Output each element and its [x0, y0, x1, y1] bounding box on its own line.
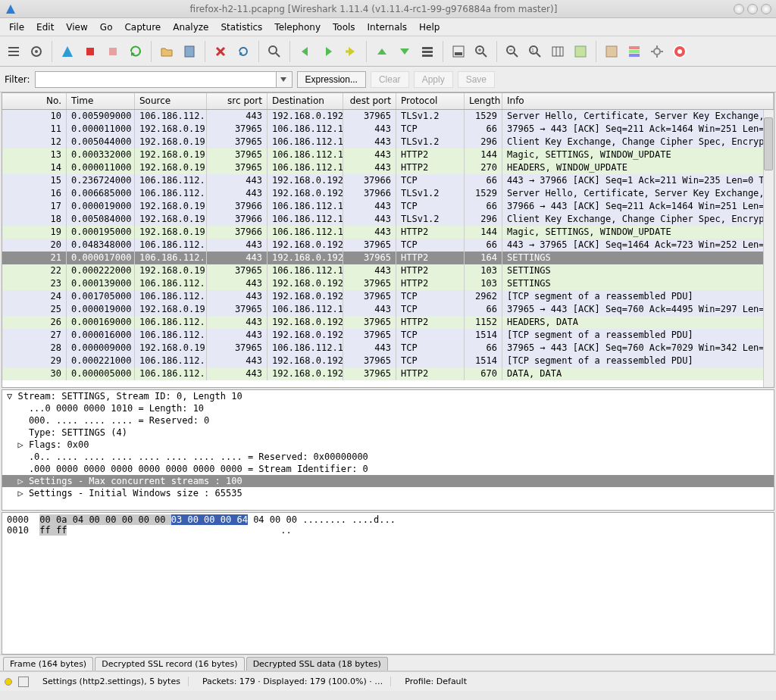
- colorize-icon[interactable]: [417, 41, 438, 62]
- save-button[interactable]: Save: [458, 71, 495, 88]
- detail-line[interactable]: .000 0000 0000 0000 0000 0000 0000 0000 …: [2, 463, 774, 475]
- packet-row[interactable]: 260.000169000106.186.112.443192.168.0.19…: [2, 316, 774, 329]
- col-protocol[interactable]: Protocol: [396, 93, 465, 109]
- menu-edit[interactable]: Edit: [30, 20, 60, 35]
- go-last-icon[interactable]: [394, 41, 415, 62]
- tab-decrypted-record[interactable]: Decrypted SSL record (16 bytes): [95, 657, 244, 670]
- detail-line[interactable]: Type: SETTINGS (4): [2, 427, 774, 439]
- go-forward-icon[interactable]: [318, 41, 339, 62]
- menu-help[interactable]: Help: [413, 20, 446, 35]
- detail-line[interactable]: ▽ Stream: SETTINGS, Stream ID: 0, Length…: [2, 390, 774, 402]
- filter-input[interactable]: [35, 71, 276, 88]
- menu-analyze[interactable]: Analyze: [167, 20, 214, 35]
- clear-button[interactable]: Clear: [371, 71, 409, 88]
- detail-line-selected[interactable]: ▷ Settings - Max concurrent streams : 10…: [2, 475, 774, 487]
- options-icon[interactable]: [26, 41, 47, 62]
- packet-row[interactable]: 230.000139000106.186.112.443192.168.0.19…: [2, 277, 774, 290]
- help-icon[interactable]: [669, 41, 690, 62]
- packet-row[interactable]: 210.000017000106.186.112.443192.168.0.19…: [2, 252, 774, 264]
- display-filters-icon[interactable]: [601, 41, 622, 62]
- packet-row[interactable]: 290.000221000106.186.112.443192.168.0.19…: [2, 355, 774, 367]
- detail-line[interactable]: ▷ Flags: 0x00: [2, 439, 774, 451]
- detail-line[interactable]: ▷ Settings - Initial Windows size : 6553…: [2, 487, 774, 499]
- packet-row[interactable]: 100.005909000106.186.112.443192.168.0.19…: [2, 110, 774, 123]
- close-icon[interactable]: [210, 41, 231, 62]
- col-info[interactable]: Info: [502, 93, 774, 109]
- packet-row[interactable]: 270.000016000106.186.112.443192.168.0.19…: [2, 329, 774, 342]
- zoom-reset-icon[interactable]: 1: [524, 41, 546, 62]
- capture-filters-icon[interactable]: [570, 41, 591, 62]
- col-no[interactable]: No.: [2, 93, 67, 109]
- close-icon[interactable]: [761, 4, 771, 14]
- hex-bytes[interactable]: 00 0a 04 00 00 00 00 00: [39, 514, 171, 525]
- reload-icon[interactable]: [233, 41, 254, 62]
- detail-line[interactable]: 000. .... .... .... = Reserved: 0: [2, 414, 774, 427]
- col-length[interactable]: Length: [465, 93, 502, 109]
- menu-statistics[interactable]: Statistics: [214, 20, 268, 35]
- fin-icon[interactable]: [57, 41, 78, 62]
- coloring-rules-icon[interactable]: [624, 41, 645, 62]
- packet-list-header[interactable]: No. Time Source src port Destination des…: [2, 93, 774, 110]
- list-icon[interactable]: [3, 41, 24, 62]
- find-icon[interactable]: [264, 41, 285, 62]
- menu-telephony[interactable]: Telephony: [268, 20, 327, 35]
- menu-capture[interactable]: Capture: [118, 20, 167, 35]
- packet-row[interactable]: 180.005084000192.168.0.1937966106.186.11…: [2, 213, 774, 226]
- go-back-icon[interactable]: [295, 41, 316, 62]
- go-first-icon[interactable]: [371, 41, 393, 62]
- stop-capture-icon[interactable]: [102, 41, 124, 62]
- menu-tools[interactable]: Tools: [327, 20, 361, 35]
- save-icon[interactable]: [179, 41, 200, 62]
- restart-capture-icon[interactable]: [125, 41, 146, 62]
- start-capture-icon[interactable]: [80, 41, 101, 62]
- col-dstport[interactable]: dest port: [343, 93, 396, 109]
- packet-row[interactable]: 280.000009000192.168.0.1937965106.186.11…: [2, 342, 774, 355]
- filter-dropdown-button[interactable]: [276, 71, 293, 88]
- jump-icon[interactable]: [340, 41, 361, 62]
- hex-bytes[interactable]: 04 00 00: [248, 514, 297, 525]
- status-profile[interactable]: Profile: Default: [397, 677, 474, 686]
- menu-file[interactable]: File: [3, 20, 30, 35]
- packet-row[interactable]: 240.001705000106.186.112.443192.168.0.19…: [2, 290, 774, 303]
- open-icon[interactable]: [156, 41, 177, 62]
- tab-decrypted-data[interactable]: Decrypted SSL data (18 bytes): [246, 657, 388, 670]
- packet-row[interactable]: 160.006685000106.186.112.443192.168.0.19…: [2, 187, 774, 200]
- packet-row[interactable]: 120.005044000192.168.0.1937965106.186.11…: [2, 136, 774, 148]
- scrollbar-thumb[interactable]: [764, 117, 773, 170]
- packet-row[interactable]: 200.048348000106.186.112.443192.168.0.19…: [2, 239, 774, 252]
- packet-row[interactable]: 250.000019000192.168.0.1937965106.186.11…: [2, 303, 774, 316]
- auto-scroll-icon[interactable]: [448, 41, 469, 62]
- maximize-icon[interactable]: [747, 4, 758, 14]
- packet-row[interactable]: 170.000019000192.168.0.1937966106.186.11…: [2, 200, 774, 213]
- packet-scrollbar[interactable]: [763, 110, 774, 387]
- packet-details[interactable]: ▽ Stream: SETTINGS, Stream ID: 0, Length…: [2, 389, 774, 511]
- packet-bytes[interactable]: 0000 00 0a 04 00 00 00 00 00 03 00 00 00…: [2, 512, 774, 655]
- packet-row[interactable]: 150.236724000106.186.112.443192.168.0.19…: [2, 174, 774, 187]
- apply-button[interactable]: Apply: [414, 71, 453, 88]
- packet-row[interactable]: 190.000195000192.168.0.1937966106.186.11…: [2, 226, 774, 239]
- detail-line[interactable]: ...0 0000 0000 1010 = Length: 10: [2, 402, 774, 414]
- expert-info-icon[interactable]: [5, 678, 12, 686]
- preferences-icon[interactable]: [646, 41, 668, 62]
- hex-bytes-selected[interactable]: 03 00 00 00 64: [171, 514, 248, 525]
- packet-row[interactable]: 220.000222000192.168.0.1937965106.186.11…: [2, 264, 774, 277]
- col-source[interactable]: Source: [135, 93, 207, 109]
- packet-row[interactable]: 130.000332000192.168.0.1937965106.186.11…: [2, 148, 774, 161]
- menu-internals[interactable]: Internals: [361, 20, 414, 35]
- hex-bytes[interactable]: ff ff: [39, 525, 67, 536]
- detail-line[interactable]: .0.. .... .... .... .... .... .... .... …: [2, 451, 774, 463]
- zoom-in-icon[interactable]: [471, 41, 492, 62]
- minimize-icon[interactable]: [734, 4, 744, 14]
- col-srcport[interactable]: src port: [207, 93, 268, 109]
- packet-row[interactable]: 140.000011000192.168.0.1937965106.186.11…: [2, 161, 774, 174]
- comment-icon[interactable]: [18, 677, 29, 687]
- zoom-out-icon[interactable]: [502, 41, 523, 62]
- resize-columns-icon[interactable]: [547, 41, 568, 62]
- menu-view[interactable]: View: [60, 20, 93, 35]
- tab-frame[interactable]: Frame (164 bytes): [3, 657, 93, 670]
- expression-button[interactable]: Expression...: [297, 71, 366, 88]
- col-destination[interactable]: Destination: [268, 93, 343, 109]
- packet-row[interactable]: 110.000011000192.168.0.1937965106.186.11…: [2, 123, 774, 136]
- menu-go[interactable]: Go: [94, 20, 119, 35]
- col-time[interactable]: Time: [67, 93, 135, 109]
